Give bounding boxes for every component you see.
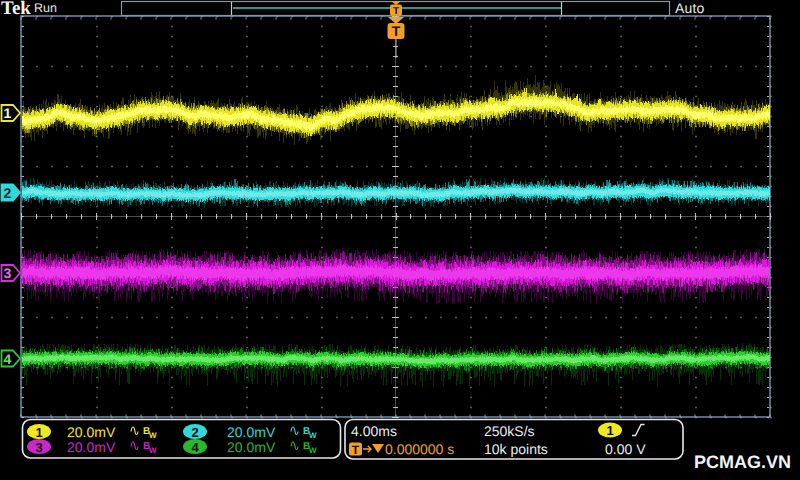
svg-text:Run: Run — [34, 1, 57, 15]
svg-text:Auto: Auto — [675, 0, 705, 16]
svg-text:4: 4 — [4, 351, 12, 367]
svg-text:1: 1 — [35, 425, 42, 440]
svg-text:Tek: Tek — [1, 0, 31, 19]
svg-text:T: T — [392, 23, 401, 39]
svg-text:2: 2 — [191, 425, 198, 440]
svg-text:W: W — [309, 431, 317, 440]
svg-text:4: 4 — [191, 440, 199, 455]
svg-text:W: W — [149, 446, 157, 455]
svg-text:20.0mV: 20.0mV — [227, 439, 276, 455]
svg-text:1: 1 — [606, 423, 613, 438]
svg-text:PCMAG.VN: PCMAG.VN — [694, 452, 791, 472]
svg-text:3: 3 — [4, 265, 12, 281]
svg-text:2: 2 — [4, 185, 12, 201]
svg-text:20.0mV: 20.0mV — [67, 424, 116, 440]
svg-text:0.000000 s: 0.000000 s — [385, 441, 454, 457]
svg-text:20.0mV: 20.0mV — [67, 439, 116, 455]
svg-text:250kS/s: 250kS/s — [484, 423, 535, 439]
svg-text:20.0mV: 20.0mV — [227, 424, 276, 440]
svg-text:4.00ms: 4.00ms — [351, 423, 397, 439]
svg-text:10k points: 10k points — [484, 441, 548, 457]
svg-text:W: W — [149, 431, 157, 440]
svg-text:T: T — [393, 6, 399, 17]
svg-text:W: W — [309, 446, 317, 455]
svg-text:T: T — [352, 443, 360, 457]
svg-text:0.00 V: 0.00 V — [605, 441, 646, 457]
svg-text:3: 3 — [35, 440, 42, 455]
svg-text:1: 1 — [4, 105, 12, 121]
